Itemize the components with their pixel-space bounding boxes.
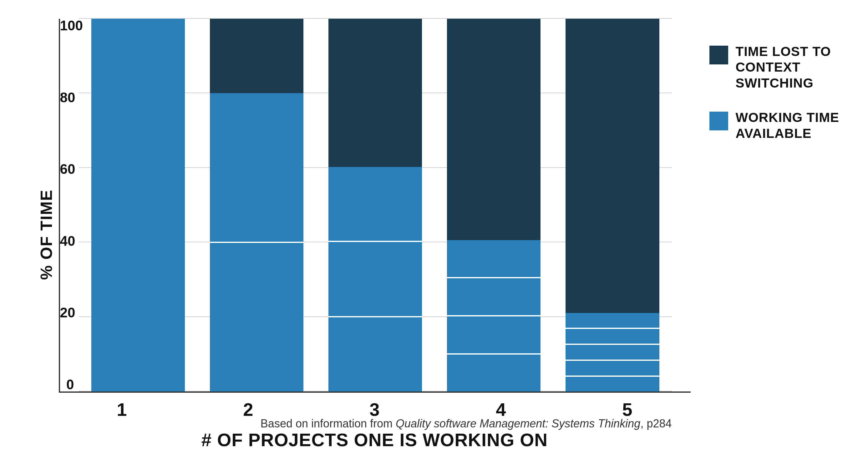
bars-wrapper <box>79 19 672 392</box>
y-tick: 40 <box>60 234 79 248</box>
y-ticks: 020406080100 <box>60 19 79 392</box>
bar-group <box>91 19 185 392</box>
bar <box>210 19 303 392</box>
lost-segment <box>210 19 303 93</box>
legend-swatch <box>709 112 728 130</box>
plot-area: 020406080100 <box>59 19 691 393</box>
y-tick: 60 <box>60 162 79 176</box>
working-segment <box>447 354 540 392</box>
working-segment <box>447 240 540 277</box>
chart-area: % OF TIME 020406080100 12345 # OF PROJEC… <box>28 19 691 450</box>
legend-text: WORKING TIME AVAILABLE <box>736 110 840 141</box>
bar-wrap <box>447 19 540 392</box>
bar-wrap <box>91 19 185 392</box>
bar-wrap <box>210 19 303 392</box>
bar <box>447 19 540 392</box>
working-segment <box>565 329 659 344</box>
chart-container: % OF TIME 020406080100 12345 # OF PROJEC… <box>28 19 841 450</box>
bar <box>329 19 422 392</box>
legend-item: WORKING TIME AVAILABLE <box>709 110 841 141</box>
bar-group <box>565 19 659 392</box>
working-segment <box>565 361 659 376</box>
working-segment <box>329 317 422 392</box>
x-axis-label-text: # OF PROJECTS ONE IS WORKING ON <box>202 430 548 450</box>
legend-text: TIME LOST TO CONTEXT SWITCHING <box>736 44 841 91</box>
working-segment <box>447 278 540 315</box>
y-tick: 20 <box>60 306 79 319</box>
bar-group <box>447 19 540 392</box>
lost-segment <box>565 19 659 313</box>
lost-segment <box>329 19 422 167</box>
y-tick: 0 <box>60 378 79 392</box>
working-segment <box>91 19 185 392</box>
bar <box>91 19 185 392</box>
bar-group <box>329 19 422 392</box>
y-tick: 100 <box>60 19 79 33</box>
y-axis-label: % OF TIME <box>28 19 59 450</box>
working-segment <box>210 243 303 392</box>
working-segment <box>210 93 303 242</box>
working-segment <box>565 377 659 392</box>
y-tick: 80 <box>60 91 79 104</box>
legend-item: TIME LOST TO CONTEXT SWITCHING <box>709 44 841 91</box>
working-segment <box>565 313 659 328</box>
working-segment <box>329 167 422 241</box>
bar <box>565 19 659 392</box>
chart-and-yaxis: % OF TIME 020406080100 12345 # OF PROJEC… <box>28 19 691 450</box>
bar-group <box>210 19 303 392</box>
working-segment <box>447 316 540 353</box>
working-segment <box>565 345 659 359</box>
y-axis-title: % OF TIME <box>37 189 56 280</box>
legend-area: TIME LOST TO CONTEXT SWITCHINGWORKING TI… <box>691 19 841 141</box>
citation: Based on information from Quality softwa… <box>260 416 672 432</box>
x-axis-tick-label: 1 <box>71 399 173 420</box>
working-segment <box>329 242 422 316</box>
bar-wrap <box>565 19 659 392</box>
chart-with-axes: 020406080100 12345 # OF PROJECTS ONE IS … <box>59 19 691 450</box>
legend-swatch <box>709 45 728 64</box>
lost-segment <box>447 19 540 240</box>
bar-wrap <box>329 19 422 392</box>
